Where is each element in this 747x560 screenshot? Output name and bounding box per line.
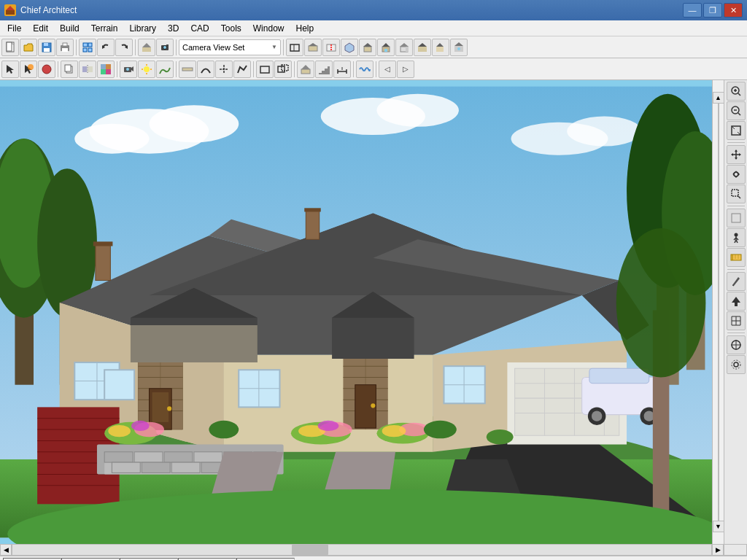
- menu-build[interactable]: Build: [54, 22, 85, 35]
- rp-sep-3: [727, 269, 745, 270]
- new-button[interactable]: [1, 39, 19, 56]
- h-scroll-track[interactable]: [12, 544, 712, 556]
- close-button[interactable]: ✕: [724, 3, 743, 18]
- next-tool[interactable]: ▷: [397, 61, 414, 78]
- svg-marker-217: [735, 158, 738, 160]
- walk-button[interactable]: [727, 228, 746, 247]
- svg-point-201: [616, 228, 706, 378]
- terrain-tool[interactable]: [156, 61, 174, 78]
- chain-tool[interactable]: [215, 61, 233, 78]
- save-button[interactable]: [38, 39, 55, 56]
- orbit-button[interactable]: [727, 165, 746, 184]
- light-tool[interactable]: [138, 61, 155, 78]
- zoom-out-button[interactable]: [727, 101, 746, 120]
- menu-file[interactable]: File: [1, 22, 27, 35]
- menu-3d[interactable]: 3D: [162, 22, 185, 35]
- elevation-button[interactable]: [304, 39, 322, 56]
- scroll-right-button[interactable]: ▶: [712, 544, 724, 556]
- roof-tool[interactable]: [297, 61, 314, 78]
- menu-edit[interactable]: Edit: [27, 22, 54, 35]
- stair-tool[interactable]: [315, 61, 333, 78]
- wave-tool[interactable]: [356, 61, 374, 78]
- svg-point-199: [644, 411, 654, 421]
- toolbar-secondary: ◁ ▷: [0, 58, 747, 80]
- ref-display-button[interactable]: [79, 39, 96, 56]
- house-view4[interactable]: [414, 39, 431, 56]
- menu-bar: File Edit Build Terrain Library 3D CAD T…: [0, 20, 747, 36]
- group-tool[interactable]: [274, 61, 292, 78]
- undo-button[interactable]: [97, 39, 115, 56]
- menu-cad[interactable]: CAD: [185, 22, 214, 35]
- house-view3[interactable]: [395, 39, 413, 56]
- svg-rect-50: [65, 65, 71, 71]
- section-button[interactable]: [322, 39, 340, 56]
- svg-point-152: [167, 406, 171, 411]
- menu-help[interactable]: Help: [290, 22, 320, 35]
- up-arrow-button[interactable]: [727, 292, 746, 311]
- camera-view-button[interactable]: [156, 39, 174, 56]
- svg-rect-74: [319, 73, 322, 74]
- zoom-in-button[interactable]: [727, 82, 746, 101]
- view-dropdown[interactable]: Camera View Set ▼: [179, 39, 281, 55]
- surface-button[interactable]: [727, 209, 746, 228]
- scroll-down-button[interactable]: ▼: [713, 521, 724, 532]
- select-tool[interactable]: [1, 61, 19, 78]
- house-view1[interactable]: [359, 39, 376, 56]
- circle-tool[interactable]: [38, 61, 55, 78]
- locate-button[interactable]: [727, 335, 746, 354]
- arc-tool[interactable]: [197, 61, 214, 78]
- floor-plan-button[interactable]: [286, 39, 303, 56]
- zoom-fit-button[interactable]: [727, 121, 746, 140]
- svg-rect-110: [93, 241, 113, 246]
- measure-button[interactable]: [727, 248, 746, 267]
- svg-rect-38: [418, 47, 427, 52]
- open-button[interactable]: [20, 39, 37, 56]
- h-scroll-thumb[interactable]: [292, 545, 328, 555]
- svg-point-84: [150, 105, 239, 142]
- print-button[interactable]: [56, 39, 74, 56]
- house-view6[interactable]: [450, 39, 468, 56]
- svg-point-197: [592, 411, 602, 421]
- pan-button[interactable]: [727, 145, 746, 164]
- sep-sec-1: [58, 61, 58, 77]
- svg-rect-10: [62, 48, 68, 52]
- settings-button[interactable]: [727, 355, 746, 374]
- svg-point-223: [734, 233, 738, 237]
- svg-point-44: [457, 47, 460, 50]
- dimension-tool[interactable]: [333, 61, 351, 78]
- svg-rect-66: [182, 68, 193, 71]
- vertical-scrollbar[interactable]: ▲ ▼: [712, 80, 724, 544]
- scroll-up-button[interactable]: ▲: [713, 92, 724, 104]
- restore-button[interactable]: ❐: [703, 3, 722, 18]
- copy-tool[interactable]: [61, 61, 78, 78]
- house-view5[interactable]: [432, 39, 449, 56]
- svg-rect-172: [164, 452, 193, 462]
- svg-rect-22: [166, 44, 169, 46]
- box-tool[interactable]: [256, 61, 274, 78]
- pencil-button[interactable]: [727, 272, 746, 291]
- menu-window[interactable]: Window: [247, 22, 290, 35]
- svg-marker-26: [309, 43, 317, 46]
- mirror-tool[interactable]: [79, 61, 96, 78]
- material-tool[interactable]: [97, 61, 115, 78]
- redo-button[interactable]: [115, 39, 133, 56]
- house-view2[interactable]: [377, 39, 395, 56]
- mesh-button[interactable]: [727, 311, 746, 330]
- wall-tool[interactable]: [179, 61, 196, 78]
- 3d-overview[interactable]: [341, 39, 358, 56]
- polyline-tool[interactable]: [233, 61, 251, 78]
- edit-tool[interactable]: [20, 61, 37, 78]
- prev-tool[interactable]: ◁: [379, 61, 396, 78]
- svg-rect-75: [322, 71, 325, 74]
- menu-library[interactable]: Library: [123, 22, 162, 35]
- zoom-box-button[interactable]: [727, 184, 746, 203]
- status-panels: [3, 558, 744, 561]
- title-bar: Chief Architect — ❐ ✕: [0, 0, 747, 20]
- camera2-tool[interactable]: [120, 61, 137, 78]
- menu-terrain[interactable]: Terrain: [85, 22, 124, 35]
- materials-button[interactable]: [138, 39, 155, 56]
- scroll-left-button[interactable]: ◀: [0, 544, 12, 556]
- minimize-button[interactable]: —: [683, 3, 702, 18]
- menu-tools[interactable]: Tools: [215, 22, 247, 35]
- 3d-viewport[interactable]: ▲ ▼: [0, 80, 724, 544]
